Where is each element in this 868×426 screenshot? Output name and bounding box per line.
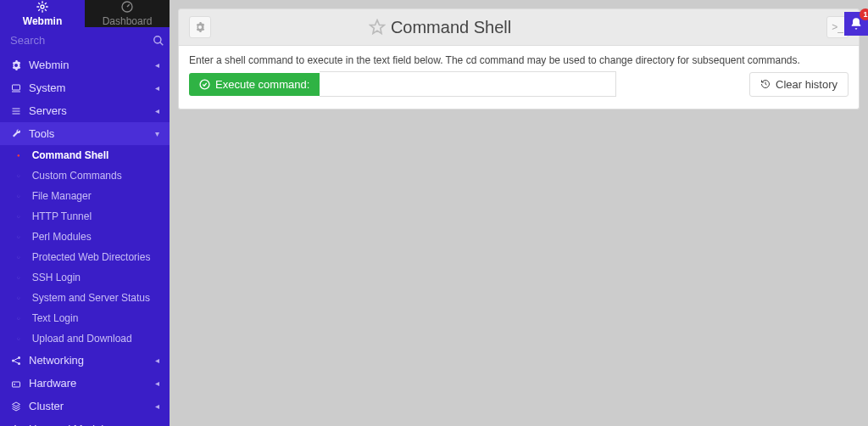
nav-system-label: System bbox=[29, 81, 65, 94]
wrench-icon bbox=[10, 129, 22, 139]
top-tabs: Webmin Dashboard bbox=[0, 0, 170, 27]
tab-webmin-label: Webmin bbox=[23, 15, 62, 27]
nav-hardware[interactable]: Hardware ◂ bbox=[0, 372, 170, 395]
gear-icon bbox=[10, 60, 22, 70]
sub-system-status[interactable]: System and Server Status bbox=[0, 288, 170, 308]
terminal-icon: >_ bbox=[832, 21, 843, 33]
nav-servers[interactable]: Servers ◂ bbox=[0, 99, 170, 122]
nav-hardware-label: Hardware bbox=[29, 377, 76, 390]
nav-cluster[interactable]: Cluster ◂ bbox=[0, 395, 170, 418]
chevron-left-icon: ◂ bbox=[155, 83, 159, 92]
chevron-left-icon: ◂ bbox=[155, 401, 159, 411]
laptop-icon bbox=[10, 83, 22, 93]
nav: Webmin ◂ System ◂ Servers ◂ Tools ▾ Comm… bbox=[0, 53, 170, 426]
panel-body: Enter a shell command to execute in the … bbox=[178, 46, 860, 109]
sub-perl-modules[interactable]: Perl Modules bbox=[0, 227, 170, 247]
notification-badge: 1 bbox=[860, 8, 868, 20]
nav-unused[interactable]: Un-used Modules ◂ bbox=[0, 418, 170, 426]
star-icon[interactable] bbox=[369, 19, 386, 36]
nav-unused-label: Un-used Modules bbox=[29, 423, 115, 426]
command-row: Execute command: Clear history bbox=[189, 71, 849, 97]
sub-command-shell[interactable]: Command Shell bbox=[0, 145, 170, 165]
sub-custom-commands[interactable]: Custom Commands bbox=[0, 165, 170, 186]
tab-dashboard[interactable]: Dashboard bbox=[85, 0, 170, 27]
sub-http-tunnel[interactable]: HTTP Tunnel bbox=[0, 206, 170, 227]
sidebar: Webmin Dashboard Webmin ◂ System ◂ Serve… bbox=[0, 0, 170, 426]
tab-dashboard-label: Dashboard bbox=[103, 15, 153, 27]
svg-rect-7 bbox=[13, 382, 20, 387]
search-bar bbox=[0, 27, 170, 53]
sub-upload-download[interactable]: Upload and Download bbox=[0, 328, 170, 349]
sub-file-manager[interactable]: File Manager bbox=[0, 186, 170, 206]
nav-system[interactable]: System ◂ bbox=[0, 76, 170, 99]
svg-point-0 bbox=[41, 5, 44, 8]
gauge-icon bbox=[120, 0, 134, 14]
tab-webmin[interactable]: Webmin bbox=[0, 0, 85, 27]
svg-rect-3 bbox=[13, 85, 20, 90]
execute-button[interactable]: Execute command: bbox=[189, 73, 320, 96]
share-icon bbox=[10, 356, 22, 366]
nav-tools-label: Tools bbox=[29, 127, 54, 140]
tools-subnav: Command Shell Custom Commands File Manag… bbox=[0, 145, 170, 349]
chevron-left-icon: ◂ bbox=[155, 60, 159, 70]
command-input[interactable] bbox=[320, 71, 616, 97]
svg-point-2 bbox=[154, 36, 161, 42]
nav-servers-label: Servers bbox=[29, 104, 67, 117]
notifications-button[interactable]: 1 bbox=[844, 12, 868, 36]
chevron-left-icon: ◂ bbox=[155, 356, 159, 365]
clear-label: Clear history bbox=[776, 78, 837, 91]
nav-cluster-label: Cluster bbox=[29, 400, 64, 412]
chevron-down-icon: ▾ bbox=[155, 129, 159, 138]
nav-networking[interactable]: Networking ◂ bbox=[0, 349, 170, 372]
page-title: Command Shell bbox=[391, 18, 511, 37]
execute-label: Execute command: bbox=[215, 78, 309, 91]
sub-text-login[interactable]: Text Login bbox=[0, 308, 170, 328]
list-icon bbox=[10, 106, 22, 116]
history-icon bbox=[760, 79, 771, 89]
svg-point-8 bbox=[14, 384, 15, 384]
layers-icon bbox=[10, 401, 22, 412]
chevron-left-icon: ◂ bbox=[155, 378, 159, 388]
chevron-left-icon: ◂ bbox=[155, 106, 159, 115]
panel-header: Command Shell >_ bbox=[178, 8, 860, 46]
sub-protected-web[interactable]: Protected Web Directories bbox=[0, 247, 170, 267]
webmin-logo-icon bbox=[36, 0, 49, 14]
hdd-icon bbox=[10, 378, 22, 389]
sub-ssh-login[interactable]: SSH Login bbox=[0, 267, 170, 288]
nav-webmin-label: Webmin bbox=[29, 59, 69, 71]
main-content: Command Shell >_ Enter a shell command t… bbox=[170, 0, 868, 426]
nav-networking-label: Networking bbox=[29, 354, 84, 367]
search-icon[interactable] bbox=[153, 35, 164, 47]
gear-icon bbox=[195, 22, 205, 32]
search-input[interactable] bbox=[10, 34, 153, 47]
settings-button[interactable] bbox=[189, 16, 211, 38]
description-text: Enter a shell command to execute in the … bbox=[189, 54, 849, 66]
check-circle-icon bbox=[199, 79, 210, 90]
nav-tools[interactable]: Tools ▾ bbox=[0, 122, 170, 145]
nav-webmin[interactable]: Webmin ◂ bbox=[0, 53, 170, 76]
clear-history-button[interactable]: Clear history bbox=[749, 72, 849, 97]
